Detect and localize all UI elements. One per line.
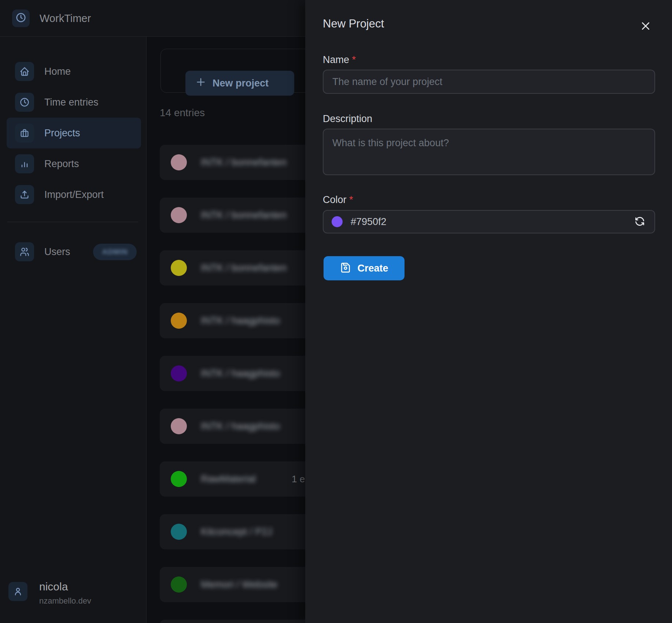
sidebar-item-import-export[interactable]: Import/Export <box>7 179 141 210</box>
description-textarea[interactable] <box>323 129 655 175</box>
profile-name: nicola <box>39 580 91 593</box>
user-icon <box>8 582 27 601</box>
sidebar-item-time-entries[interactable]: Time entries <box>7 87 141 118</box>
project-color-dot <box>171 576 187 593</box>
home-icon <box>15 62 34 81</box>
project-color-dot <box>171 471 187 487</box>
clock-icon <box>15 93 34 112</box>
project-color-dot <box>171 207 187 223</box>
project-name-blurred: Kitconcept / P2J <box>201 526 272 538</box>
sidebar-nav: Home Time entries Projects Reports Impor… <box>0 56 146 210</box>
name-input[interactable] <box>323 70 655 94</box>
app-title: WorkTimer <box>40 0 91 37</box>
upload-icon <box>15 185 34 204</box>
new-project-button[interactable]: New project <box>185 71 294 96</box>
admin-badge: ADMIN <box>93 244 137 260</box>
clock-icon <box>15 12 26 25</box>
project-name-blurred: INTK / haagphisto <box>201 315 280 327</box>
description-field-label: Description <box>323 113 372 125</box>
sidebar-item-home[interactable]: Home <box>7 56 141 87</box>
users-icon <box>15 242 34 261</box>
new-project-drawer: New Project Name * Description Color * #… <box>305 0 672 623</box>
projects-list-panel: New project 14 entries INTK / bonnefante… <box>147 37 305 623</box>
sidebar-item-label: Users <box>44 246 70 258</box>
plus-icon <box>195 76 207 91</box>
project-color-dot <box>171 313 187 329</box>
project-name-blurred: INTK / bonnefanten <box>201 157 287 168</box>
profile-domain: nzambello.dev <box>39 596 91 606</box>
create-button[interactable]: Create <box>324 256 405 280</box>
color-value: #7950f2 <box>351 216 387 228</box>
entries-count: 14 entries <box>160 107 205 119</box>
app-logo <box>12 10 30 27</box>
required-asterisk: * <box>352 54 356 65</box>
regenerate-color-button[interactable] <box>633 215 646 228</box>
required-asterisk: * <box>349 194 353 205</box>
color-field-label: Color * <box>323 194 353 206</box>
refresh-icon <box>634 215 646 228</box>
project-name-blurred: INTK / bonnefanten <box>201 210 287 221</box>
project-color-dot <box>171 154 187 170</box>
sidebar-divider <box>7 222 138 222</box>
close-icon <box>640 21 651 33</box>
sidebar-item-reports[interactable]: Reports <box>7 148 141 179</box>
close-button[interactable] <box>638 19 653 34</box>
project-color-dot <box>171 418 187 434</box>
project-color-dot <box>171 365 187 381</box>
briefcase-icon <box>15 124 34 143</box>
sidebar-item-projects[interactable]: Projects <box>7 118 141 148</box>
name-field-label: Name * <box>323 54 356 66</box>
project-name-blurred: INTK / haagphisto <box>201 368 280 379</box>
project-name-blurred: INTK / bonnefanten <box>201 262 287 274</box>
chart-icon <box>15 154 34 173</box>
project-name-blurred: RawMaterial <box>201 473 256 485</box>
sidebar: Home Time entries Projects Reports Impor… <box>0 37 147 623</box>
color-input[interactable]: #7950f2 <box>323 210 655 233</box>
sidebar-item-users[interactable]: Users ADMIN <box>7 236 141 267</box>
project-color-dot <box>171 524 187 540</box>
project-color-dot <box>171 260 187 276</box>
project-name-blurred: INTK / haagphisto <box>201 421 280 432</box>
project-name-blurred: Memori / Website <box>201 579 278 590</box>
app-header: WorkTimer <box>0 0 305 37</box>
color-swatch <box>332 216 343 227</box>
sidebar-profile[interactable]: nicola nzambello.dev <box>8 580 91 606</box>
drawer-title: New Project <box>323 17 384 30</box>
save-icon <box>340 261 351 276</box>
